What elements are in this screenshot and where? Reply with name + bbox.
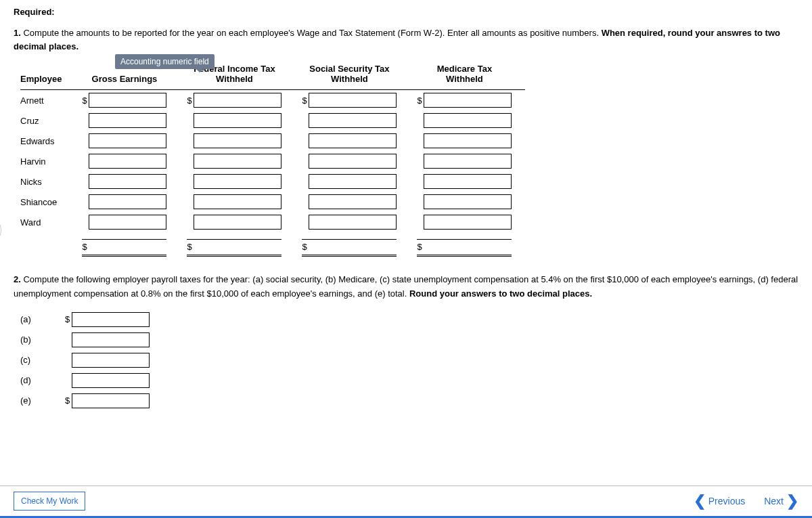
- w2-table: Employee Gross Earnings Federal Income T…: [20, 60, 525, 259]
- ss-input[interactable]: [309, 93, 397, 108]
- federal-input[interactable]: [194, 113, 281, 128]
- total-ss-input[interactable]: [309, 240, 397, 253]
- part-input[interactable]: [72, 332, 150, 347]
- federal-input[interactable]: [194, 154, 281, 169]
- dollar-sign: $: [82, 95, 89, 106]
- w2-table-container: Accounting numeric field Employee Gross …: [20, 60, 798, 259]
- table-row: Shiancoe: [20, 192, 525, 212]
- dollar-sign: $: [302, 95, 309, 106]
- table-row: Ward: [20, 212, 525, 232]
- part-input[interactable]: [72, 353, 150, 368]
- gross-input[interactable]: [89, 215, 166, 230]
- total-federal-input[interactable]: [194, 240, 281, 253]
- table-row: (e)$: [20, 391, 154, 411]
- table-row: (d): [20, 370, 154, 391]
- question-2-text: 2. Compute the following employer payrol…: [14, 273, 798, 301]
- field-tooltip: Accounting numeric field: [115, 54, 215, 69]
- table-row: (b): [20, 330, 154, 350]
- table-row: Harvin: [20, 151, 525, 171]
- employee-name: Harvin: [20, 151, 75, 171]
- part-label: (b): [20, 330, 61, 350]
- gross-input[interactable]: [89, 174, 166, 189]
- q1-number: 1.: [14, 28, 21, 38]
- part-input[interactable]: [72, 373, 150, 388]
- col-medicare: Medicare TaxWithheld: [410, 60, 525, 90]
- gross-input[interactable]: [89, 113, 166, 128]
- medicare-input[interactable]: [424, 133, 512, 148]
- medicare-input[interactable]: [424, 194, 512, 209]
- col-social-security: Social Security TaxWithheld: [295, 60, 410, 90]
- federal-input[interactable]: [194, 174, 281, 189]
- federal-input[interactable]: [194, 215, 281, 230]
- federal-input[interactable]: [194, 133, 281, 148]
- q2-body: Compute the following employer payroll t…: [14, 274, 798, 299]
- ss-input[interactable]: [309, 113, 397, 128]
- table-row: Edwards: [20, 131, 525, 151]
- employee-name: Cruz: [20, 110, 75, 131]
- table-row: Arnett$$$$: [20, 90, 525, 111]
- medicare-input[interactable]: [424, 93, 512, 108]
- required-heading: Required:: [14, 7, 798, 17]
- ss-input[interactable]: [309, 133, 397, 148]
- left-tab-marker: [0, 215, 1, 245]
- medicare-input[interactable]: [424, 154, 512, 169]
- medicare-input[interactable]: [424, 215, 512, 230]
- employee-name: Nicks: [20, 171, 75, 192]
- dollar-sign: $: [417, 95, 424, 106]
- total-medicare-input[interactable]: [424, 240, 512, 253]
- total-gross-input[interactable]: [89, 240, 166, 253]
- gross-input[interactable]: [89, 93, 166, 108]
- part-input[interactable]: [72, 393, 150, 408]
- part-label: (a): [20, 309, 61, 330]
- dollar-sign: $: [302, 242, 309, 252]
- dollar-sign: $: [65, 314, 72, 324]
- q2-bold: Round your answers to two decimal places…: [409, 288, 592, 299]
- dollar-sign: $: [187, 242, 194, 252]
- question-1-text: 1. Compute the amounts to be reported fo…: [14, 26, 798, 53]
- medicare-input[interactable]: [424, 113, 512, 128]
- ss-input[interactable]: [309, 174, 397, 189]
- table-row: (a)$: [20, 309, 154, 330]
- table-row: (c): [20, 350, 154, 370]
- q1-body: Compute the amounts to be reported for t…: [21, 28, 602, 38]
- employer-tax-table: (a)$(b)(c)(d)(e)$: [20, 309, 798, 411]
- dollar-sign: $: [82, 242, 89, 252]
- dollar-sign: $: [417, 242, 424, 252]
- part-label: (d): [20, 370, 61, 391]
- medicare-input[interactable]: [424, 174, 512, 189]
- dollar-sign: $: [187, 95, 194, 106]
- part-label: (e): [20, 391, 61, 411]
- part-label: (c): [20, 350, 61, 370]
- ss-input[interactable]: [309, 194, 397, 209]
- dollar-sign: $: [65, 395, 72, 406]
- employee-name: Ward: [20, 212, 75, 232]
- q2-number: 2.: [14, 274, 21, 284]
- table-row: Nicks: [20, 171, 525, 192]
- part-input[interactable]: [72, 312, 150, 327]
- gross-input[interactable]: [89, 133, 166, 148]
- totals-row: $ $ $ $: [20, 232, 525, 259]
- employee-name: Shiancoe: [20, 192, 75, 212]
- employee-name: Arnett: [20, 90, 75, 111]
- table-row: Cruz: [20, 110, 525, 131]
- col-employee: Employee: [20, 60, 75, 90]
- ss-input[interactable]: [309, 215, 397, 230]
- gross-input[interactable]: [89, 194, 166, 209]
- ss-input[interactable]: [309, 154, 397, 169]
- gross-input[interactable]: [89, 154, 166, 169]
- employee-name: Edwards: [20, 131, 75, 151]
- federal-input[interactable]: [194, 194, 281, 209]
- federal-input[interactable]: [194, 93, 281, 108]
